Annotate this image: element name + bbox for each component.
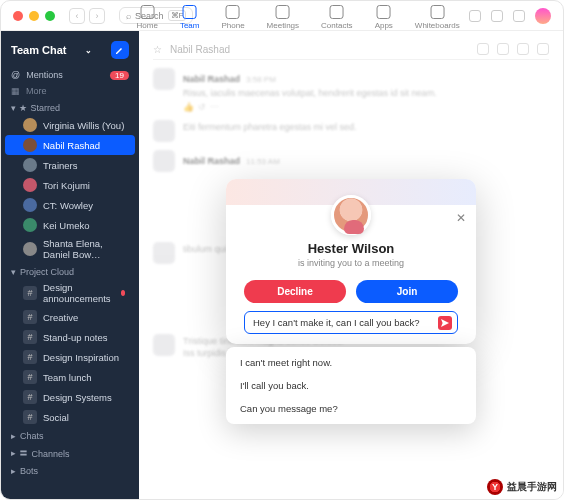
thread-title: Nabil Rashad xyxy=(170,44,230,55)
sidebar-mentions[interactable]: @ Mentions 19 xyxy=(1,67,139,83)
sidebar-item-channel[interactable]: #Creative xyxy=(5,307,135,327)
hash-icon: # xyxy=(23,410,37,424)
conversation-pane: ☆ Nabil Rashad Nabil Rashad3:58 PM Risus… xyxy=(139,31,563,499)
chevron-down-icon[interactable]: ⌄ xyxy=(85,46,92,55)
hash-icon: # xyxy=(23,390,37,404)
send-button[interactable] xyxy=(438,316,452,330)
quick-reply-input[interactable]: Hey I can't make it, can I call you back… xyxy=(244,311,458,334)
sidebar-item-channel[interactable]: #Social xyxy=(5,407,135,427)
sidebar-more[interactable]: ▦ More xyxy=(1,83,139,99)
mentions-badge: 19 xyxy=(110,71,129,80)
video-icon xyxy=(276,5,290,19)
board-icon xyxy=(430,5,444,19)
join-button[interactable]: Join xyxy=(356,280,458,303)
profile-avatar[interactable] xyxy=(535,8,551,24)
hash-icon: # xyxy=(23,330,37,344)
sidebar-item-dm[interactable]: Nabil Rashad xyxy=(5,135,135,155)
hash-icon: # xyxy=(23,370,37,384)
suggestion-item[interactable]: I can't meet right now. xyxy=(226,351,476,374)
invite-subtext: is inviting you to a meeting xyxy=(298,258,404,268)
status-tray xyxy=(469,8,551,24)
home-icon xyxy=(140,5,154,19)
chat-icon xyxy=(183,5,197,19)
watermark-text: 益晨手游网 xyxy=(507,480,557,494)
sidebar-item-dm[interactable]: Tori Kojumi xyxy=(5,175,135,195)
search-icon: ⌕ xyxy=(126,11,131,21)
watermark: 益晨手游网 xyxy=(487,479,557,495)
section-project[interactable]: ▾ Project Cloud xyxy=(1,263,139,279)
clock-icon[interactable] xyxy=(469,10,481,22)
sidebar-item-label: Mentions xyxy=(26,70,63,80)
unread-dot xyxy=(121,290,125,296)
sidebar-item-dm[interactable]: Virginia Willis (You) xyxy=(5,115,135,135)
phone-icon xyxy=(226,5,240,19)
traffic-lights xyxy=(13,11,55,21)
sidebar-item-channel[interactable]: #Design announcements xyxy=(5,279,135,307)
video-call-icon[interactable] xyxy=(477,43,489,55)
quick-reply-suggestions: I can't meet right now. I'll call you ba… xyxy=(226,347,476,424)
avatar xyxy=(153,68,175,90)
caller-avatar xyxy=(331,195,371,235)
compose-button[interactable] xyxy=(111,41,129,59)
message: Nabil Rashad11:53 AM xyxy=(153,150,549,172)
suggestion-item[interactable]: Can you message me? xyxy=(226,397,476,420)
section-starred[interactable]: ▾ ★ Starred xyxy=(1,99,139,115)
sidebar-item-dm[interactable]: Kei Umeko xyxy=(5,215,135,235)
sidebar-item-dm[interactable]: CT: Wowley xyxy=(5,195,135,215)
close-button[interactable]: ✕ xyxy=(456,211,466,225)
hash-icon: # xyxy=(23,286,37,300)
thread-header: ☆ Nabil Rashad xyxy=(153,39,549,60)
grid-icon: ▦ xyxy=(11,86,20,96)
sidebar-item-dm[interactable]: Trainers xyxy=(5,155,135,175)
star-icon[interactable]: ☆ xyxy=(153,44,162,55)
sidebar-item-channel[interactable]: #Team lunch xyxy=(5,367,135,387)
sidebar-header: Team Chat ⌄ xyxy=(1,37,139,67)
sidebar-item-channel[interactable]: #Design Inspiration xyxy=(5,347,135,367)
suggestion-item[interactable]: I'll call you back. xyxy=(226,374,476,397)
forward-button[interactable]: › xyxy=(89,8,105,24)
back-button[interactable]: ‹ xyxy=(69,8,85,24)
message: Nabil Rashad3:58 PM Risus, iaculis maece… xyxy=(153,68,549,112)
watermark-logo xyxy=(487,479,503,495)
screen-share-icon[interactable] xyxy=(497,43,509,55)
sidebar-item-channel[interactable]: #Design Systems xyxy=(5,387,135,407)
sidebar-title: Team Chat xyxy=(11,44,66,56)
apps-icon xyxy=(377,5,391,19)
send-icon xyxy=(441,319,449,327)
contacts-icon xyxy=(330,5,344,19)
history-nav: ‹ › xyxy=(69,8,105,24)
close-dot[interactable] xyxy=(13,11,23,21)
reactions[interactable]: 👍↺⋯ xyxy=(183,102,437,112)
cloud-icon[interactable] xyxy=(491,10,503,22)
caller-name: Hester Wilson xyxy=(308,241,395,256)
section-channels[interactable]: ▸ 〓 Channels xyxy=(1,443,139,462)
message: Eiti fermentum pharetra egestas mi vel s… xyxy=(153,120,549,142)
at-icon: @ xyxy=(11,70,20,80)
decline-button[interactable]: Decline xyxy=(244,280,346,303)
section-bots[interactable]: ▸ Bots xyxy=(1,462,139,478)
hash-icon: # xyxy=(23,310,37,324)
sidebar-item-channel[interactable]: #Stand-up notes xyxy=(5,327,135,347)
more-icon[interactable] xyxy=(517,43,529,55)
sidebar: Team Chat ⌄ @ Mentions 19 ▦ More ▾ ★ Sta… xyxy=(1,31,139,499)
titlebar: ‹ › ⌕ Search ⌘F Home Team Chat Phone Mee… xyxy=(1,1,563,31)
bell-icon[interactable] xyxy=(513,10,525,22)
meeting-invite-modal: ✕ Hester Wilson is inviting you to a mee… xyxy=(226,179,476,344)
sidebar-item-label: More xyxy=(26,86,47,96)
min-dot[interactable] xyxy=(29,11,39,21)
compose-icon xyxy=(115,45,125,55)
hash-icon: # xyxy=(23,350,37,364)
max-dot[interactable] xyxy=(45,11,55,21)
sidebar-item-dm[interactable]: Shanta Elena, Daniel Bow… xyxy=(5,235,135,263)
section-chats[interactable]: ▸ Chats xyxy=(1,427,139,443)
info-icon[interactable] xyxy=(537,43,549,55)
